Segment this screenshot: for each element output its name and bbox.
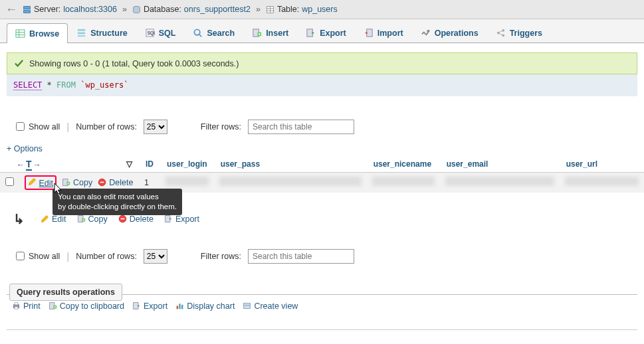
database-label: Database: [144,5,181,14]
table-header-row: ←T→ ▽ ID user_login user_pass user_nicen… [0,156,644,173]
edit-tooltip: You can also edit most values by double-… [53,189,182,215]
operations-icon [421,28,431,38]
separator: | [66,121,69,132]
arrow-up-icon: ↳ [13,211,25,227]
num-rows-select-bottom[interactable]: 25 [144,249,167,264]
tab-export[interactable]: Export [297,23,355,43]
server-icon [23,5,31,14]
check-icon [14,58,24,68]
column-user-email[interactable]: user_email [440,156,560,173]
tab-structure[interactable]: Structure [68,23,136,43]
svg-line-28 [499,31,502,32]
tab-import[interactable]: Import [355,23,412,43]
sort-indicator-icon[interactable]: ▽ [126,159,132,169]
svg-rect-45 [15,307,18,309]
tabs-bar: Browse Structure SQL SQL Search Insert E… [0,19,644,43]
svg-line-17 [199,35,201,37]
svg-rect-53 [181,305,183,309]
tab-browse[interactable]: Browse [7,23,68,43]
printer-icon [12,301,21,310]
copy-icon [77,215,86,223]
svg-rect-22 [307,29,312,37]
copy-clipboard-link[interactable]: Copy to clipboard [49,301,124,311]
filter-label-bottom: Filter rows: [201,252,241,261]
tab-operations[interactable]: Operations [412,23,487,43]
edit-link-highlighted[interactable]: Edit [25,175,56,190]
column-user-login[interactable]: user_login [160,156,214,173]
svg-point-26 [502,29,504,32]
num-rows-select[interactable]: 25 [144,120,167,134]
cell-user-email[interactable] [440,172,560,193]
controls-bottom: Show all | Number of rows: 25 Filter row… [0,246,644,270]
svg-rect-12 [78,33,85,35]
svg-rect-0 [24,6,31,9]
cell-user-nicename[interactable] [367,172,440,193]
column-user-url[interactable]: user_url [560,156,644,173]
delete-link[interactable]: Delete [98,178,133,187]
tab-sql[interactable]: SQL SQL [136,23,185,43]
back-arrow-icon[interactable]: ← [5,3,17,15]
column-user-pass[interactable]: user_pass [214,156,367,173]
filter-input[interactable] [248,120,354,134]
bulk-delete[interactable]: Delete [118,215,154,224]
tab-label: Export [320,29,346,38]
table-link[interactable]: wp_users [302,5,338,14]
query-ops-title: Query results operations [9,284,122,301]
table-row: Edit Copy Delete You can also edit most … [0,172,644,193]
row-checkbox[interactable] [5,177,14,186]
show-all-label-bottom[interactable]: Show all [16,252,60,261]
show-all-label[interactable]: Show all [16,122,60,131]
pencil-icon [28,177,37,186]
tab-label: Browse [29,29,59,39]
data-table: ←T→ ▽ ID user_login user_pass user_nicen… [0,156,644,193]
show-all-checkbox-bottom[interactable] [16,252,25,260]
column-id[interactable]: ID [139,156,160,173]
svg-point-24 [427,30,429,33]
column-user-nicename[interactable]: user_nicename [367,156,440,173]
tab-search[interactable]: Search [184,23,243,43]
sql-table: `wp_users` [80,80,128,90]
success-text: Showing rows 0 - 0 (1 total, Query took … [29,59,239,68]
sql-keyword: SELECT [13,80,42,90]
edit-link[interactable]: Edit [39,179,53,188]
filter-input-bottom[interactable] [248,249,354,264]
svg-rect-54 [244,303,251,309]
sql-icon: SQL [145,28,155,38]
tab-triggers[interactable]: Triggers [487,23,551,43]
svg-rect-13 [78,35,85,37]
pencil-icon [41,215,49,223]
options-toggle[interactable]: + Options [7,144,644,153]
bottom-divider [7,329,637,330]
table-icon [266,5,274,14]
copy-icon [62,178,70,187]
bulk-export[interactable]: Export [164,215,199,224]
sort-icon-group[interactable]: ←T→ [17,159,41,171]
separator: | [66,250,69,262]
tab-label: Import [377,29,403,38]
copy-link[interactable]: Copy [62,178,92,187]
svg-line-29 [499,33,502,35]
svg-text:SQL: SQL [147,31,154,36]
bulk-edit[interactable]: Edit [41,215,66,224]
cell-user-url[interactable] [560,172,644,193]
svg-rect-42 [165,216,170,222]
tab-label: Insert [266,29,288,38]
print-link[interactable]: Print [12,301,41,311]
cell-user-pass[interactable] [214,172,367,193]
server-link[interactable]: localhost:3306 [63,5,117,14]
tab-insert[interactable]: Insert [243,23,297,43]
display-chart-link[interactable]: Display chart [175,301,235,311]
num-rows-label: Number of rows: [76,122,137,131]
export-icon [306,28,316,38]
tab-label: Triggers [510,29,542,38]
export-results-link[interactable]: Export [132,301,167,311]
view-icon [243,301,251,310]
success-message: Showing rows 0 - 0 (1 total, Query took … [7,52,637,74]
show-all-checkbox[interactable] [16,122,25,131]
delete-icon [98,178,106,187]
create-view-link[interactable]: Create view [243,301,298,311]
svg-rect-52 [179,304,180,309]
breadcrumb-separator: » [122,5,127,14]
database-link[interactable]: onrs_supporttest2 [184,5,251,14]
bulk-copy[interactable]: Copy [77,215,108,224]
